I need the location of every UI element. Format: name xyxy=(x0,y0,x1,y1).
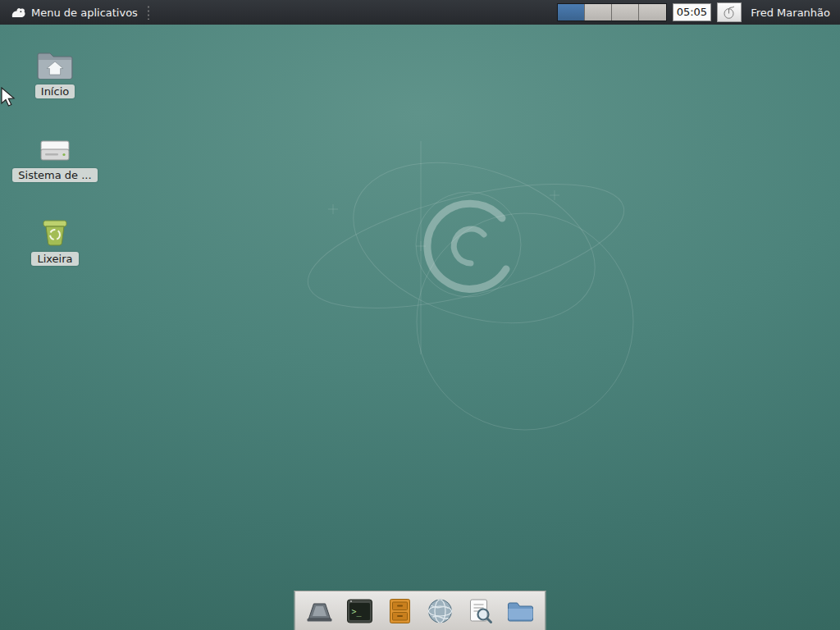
top-panel: Menu de aplicativos 05:05 Fred Maranhão xyxy=(0,0,840,25)
search-icon xyxy=(468,598,493,624)
bottom-dock-panel: >_ xyxy=(294,591,546,630)
desktop-icon-home[interactable]: Início xyxy=(16,48,94,98)
username-label[interactable]: Fred Maranhão xyxy=(747,7,833,19)
workspace-4[interactable] xyxy=(639,4,666,21)
mouse-icon xyxy=(722,6,737,19)
xfce-mouse-logo-icon xyxy=(11,7,26,19)
clock[interactable]: 05:05 xyxy=(673,3,711,21)
panel-right-area: 05:05 Fred Maranhão xyxy=(557,2,833,22)
show-desktop-icon xyxy=(305,599,335,623)
applications-menu-label: Menu de aplicativos xyxy=(31,7,138,19)
desktop-icon-trash[interactable]: Lixeira xyxy=(16,215,94,266)
dock-item-web-browser[interactable] xyxy=(423,594,458,628)
dock-item-terminal[interactable]: >_ xyxy=(343,594,377,628)
dock-item-file-manager[interactable] xyxy=(504,594,538,628)
file-manager-folder-icon xyxy=(507,600,535,623)
desktop: Menu de aplicativos 05:05 Fred Maranhão xyxy=(0,0,840,630)
debian-swirl-watermark xyxy=(279,123,689,451)
desktop-icon-label: Sistema de ... xyxy=(12,168,97,182)
desktop-icon-label: Início xyxy=(35,84,75,98)
workspace-2[interactable] xyxy=(585,4,612,21)
desktop-icon-filesystem[interactable]: Sistema de ... xyxy=(16,131,94,182)
panel-separator-grip xyxy=(146,5,151,20)
mouse-cursor xyxy=(0,87,16,108)
dock-item-file-cabinet[interactable] xyxy=(383,594,418,628)
trash-icon xyxy=(39,215,71,248)
desktop-icon-label: Lixeira xyxy=(31,252,78,266)
filesystem-drive-icon xyxy=(38,131,72,164)
svg-text:>_: >_ xyxy=(352,607,363,617)
dock-item-search[interactable] xyxy=(463,594,498,628)
terminal-icon: >_ xyxy=(347,599,373,623)
file-cabinet-icon xyxy=(389,598,412,624)
applications-menu-button[interactable]: Menu de aplicativos xyxy=(7,0,143,25)
workspace-1[interactable] xyxy=(558,4,585,21)
dock-item-show-desktop[interactable] xyxy=(303,594,337,628)
home-folder-icon xyxy=(37,48,73,80)
web-browser-globe-icon xyxy=(427,598,454,624)
workspace-3[interactable] xyxy=(612,4,639,21)
mouse-tray-button[interactable] xyxy=(717,2,742,22)
workspace-switcher xyxy=(557,3,667,21)
